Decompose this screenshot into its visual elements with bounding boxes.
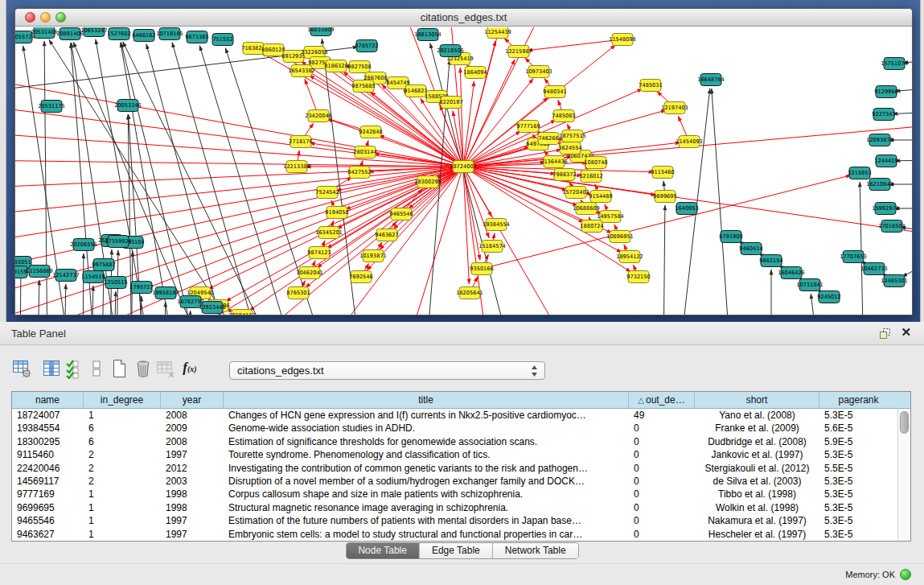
network-node[interactable]: 23420046: [305, 110, 332, 122]
network-edge[interactable]: [15, 132, 457, 166]
network-node[interactable]: 20206556: [70, 239, 97, 251]
network-edge[interactable]: [49, 39, 257, 315]
network-node[interactable]: 9194058: [325, 207, 348, 219]
network-node[interactable]: 29218506: [437, 45, 464, 57]
network-node[interactable]: 15184574: [478, 241, 506, 253]
network-node[interactable]: 12093872: [866, 134, 893, 146]
network-node[interactable]: 2718176: [289, 136, 312, 148]
network-node[interactable]: 9245012: [817, 291, 840, 303]
network-node[interactable]: 10719185: [156, 28, 183, 40]
network-node[interactable]: 16033809: [307, 27, 335, 36]
clear-selection-button[interactable]: [85, 357, 108, 380]
network-node[interactable]: 16345201: [315, 227, 343, 239]
network-node[interactable]: 20384152: [228, 310, 256, 316]
network-node[interactable]: 10462733: [860, 263, 888, 275]
network-node[interactable]: 18757515: [559, 130, 586, 142]
network-edge[interactable]: [605, 204, 608, 211]
network-node[interactable]: 9777169: [516, 121, 540, 133]
table-row[interactable]: 1456911722003Disruption of a novel membe…: [12, 475, 897, 488]
network-node[interactable]: 1244419: [874, 155, 897, 167]
float-window-icon[interactable]: [877, 327, 892, 341]
column-header-short[interactable]: short: [695, 392, 819, 408]
network-edge[interactable]: [494, 233, 495, 240]
network-node[interactable]: 1864094: [463, 67, 487, 79]
network-edge[interactable]: [464, 173, 480, 260]
network-node[interactable]: 21364436: [540, 156, 568, 168]
column-header-out_de[interactable]: △out_de…: [629, 392, 695, 408]
network-node[interactable]: 16205641: [456, 287, 483, 299]
tab-network-table[interactable]: Network Table: [493, 543, 578, 558]
network-canvas[interactable]: 1872400771638228860128891293523226058982…: [15, 27, 912, 315]
network-node[interactable]: 9115460: [651, 167, 674, 179]
scrollbar-thumb[interactable]: [900, 411, 909, 434]
network-node[interactable]: 9129966: [874, 86, 897, 98]
network-node[interactable]: 7524542: [315, 187, 339, 199]
new-document-button[interactable]: [108, 357, 130, 380]
table-row[interactable]: 1938455462009Genome-wide association stu…: [12, 422, 897, 435]
network-node[interactable]: 12465301: [881, 275, 908, 287]
network-node[interactable]: 2803144: [353, 146, 376, 159]
network-node[interactable]: 9785722: [355, 40, 378, 52]
network-node[interactable]: 8186328: [324, 60, 347, 72]
network-node[interactable]: 3215953: [848, 167, 871, 179]
network-edge[interactable]: [364, 264, 369, 272]
table-row[interactable]: 977716911998Corpus callosum shape and si…: [12, 488, 897, 501]
network-node[interactable]: 9350166: [470, 263, 493, 275]
network-edge[interactable]: [114, 291, 116, 315]
network-node[interactable]: 20531406: [31, 27, 58, 39]
network-node[interactable]: 17359924: [105, 236, 132, 248]
network-edge[interactable]: [624, 245, 627, 251]
network-node[interactable]: 9975887: [92, 259, 115, 271]
network-node[interactable]: 7485083: [552, 110, 575, 122]
network-node[interactable]: 19384554: [483, 219, 510, 231]
network-node[interactable]: 9732150: [626, 271, 650, 283]
network-node[interactable]: 10731041: [796, 279, 823, 291]
network-node[interactable]: 1640953: [675, 203, 698, 215]
network-node[interactable]: 6466162: [132, 30, 155, 42]
network-edge[interactable]: [164, 302, 166, 315]
network-node[interactable]: 8220197: [439, 97, 462, 109]
network-node[interactable]: 9227343: [872, 109, 895, 121]
network-edge[interactable]: [305, 123, 314, 136]
network-node[interactable]: 7986372: [552, 169, 576, 181]
network-edge[interactable]: [189, 311, 191, 315]
network-edge[interactable]: [558, 100, 561, 109]
network-node[interactable]: 9827508: [347, 61, 371, 73]
network-svg[interactable]: 1872400771638228860128891293523226058982…: [15, 27, 912, 315]
network-node[interactable]: 9874123: [307, 247, 331, 259]
network-node[interactable]: 10973403: [525, 66, 552, 78]
network-edge[interactable]: [679, 89, 710, 315]
network-node[interactable]: 17016504: [878, 220, 906, 233]
network-node[interactable]: 9699695: [653, 191, 676, 203]
column-header-title[interactable]: title: [224, 392, 629, 408]
network-node[interactable]: 8427552: [347, 167, 371, 179]
network-node[interactable]: 11454093: [676, 136, 703, 148]
network-edge[interactable]: [15, 167, 457, 216]
network-node[interactable]: 9875685: [351, 80, 375, 93]
network-node[interactable]: 1080748: [584, 157, 607, 169]
network-node[interactable]: 12142737: [52, 270, 80, 282]
network-node[interactable]: 9146821: [404, 85, 427, 97]
network-node[interactable]: 9460414: [739, 243, 762, 255]
network-node[interactable]: 16648784: [697, 74, 725, 86]
network-edge[interactable]: [38, 280, 39, 315]
network-node[interactable]: 9463627: [375, 229, 398, 241]
network-node[interactable]: 20891406: [56, 28, 84, 40]
network-node[interactable]: 12215987: [505, 46, 532, 58]
network-node[interactable]: 1880724: [580, 220, 603, 233]
table-row[interactable]: 946554611997Estimation of the future num…: [12, 514, 897, 527]
table-row[interactable]: 1830029562008Estimation of significance …: [12, 435, 897, 448]
network-edge[interactable]: [712, 89, 731, 315]
network-edge[interactable]: [123, 42, 281, 315]
network-node[interactable]: 15992971: [872, 203, 899, 215]
network-node[interactable]: 16046426: [778, 267, 805, 279]
network-edge[interactable]: [589, 217, 589, 220]
network-node[interactable]: 15751074: [881, 58, 908, 70]
network-edge[interactable]: [528, 40, 616, 51]
network-node[interactable]: 7485031: [639, 80, 662, 92]
network-node[interactable]: 9480341: [543, 86, 566, 98]
table-select-dropdown[interactable]: citations_edges.txt: [229, 361, 545, 380]
network-edge[interactable]: [633, 265, 635, 271]
network-edge[interactable]: [902, 257, 912, 277]
function-builder-button[interactable]: f(x): [179, 357, 201, 380]
